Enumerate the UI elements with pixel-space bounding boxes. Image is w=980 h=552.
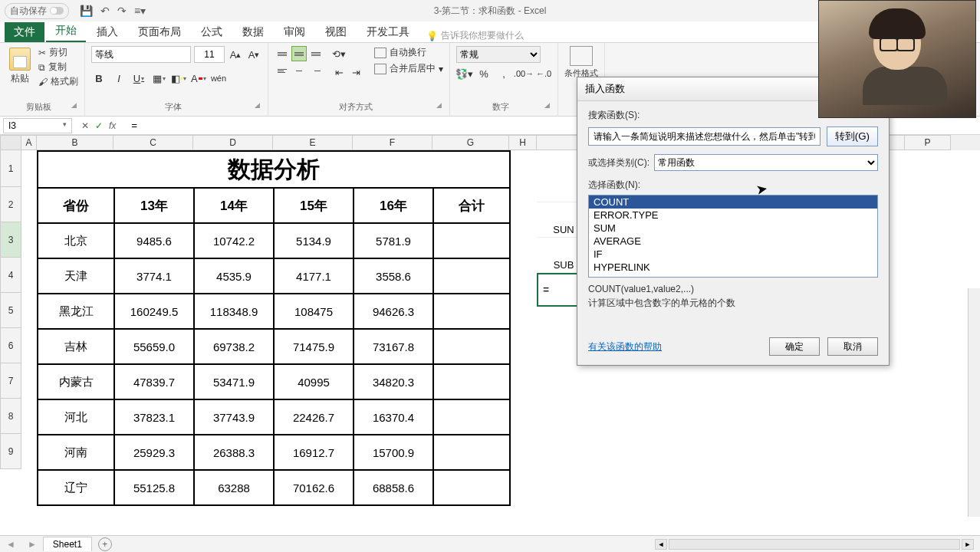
table-header[interactable]: 15年: [274, 188, 354, 223]
table-cell[interactable]: 9485.6: [114, 223, 194, 258]
comma-button[interactable]: ,: [496, 66, 511, 81]
table-cell[interactable]: 25929.3: [114, 435, 194, 470]
dialog-launcher-icon[interactable]: ◢: [544, 101, 550, 109]
table-cell[interactable]: [433, 435, 510, 470]
search-function-input[interactable]: [588, 127, 821, 146]
autosave-toggle[interactable]: 自动保存: [5, 3, 69, 19]
orientation-button[interactable]: ⟲▾: [331, 46, 347, 61]
row-header-6[interactable]: 6: [0, 328, 21, 363]
table-cell[interactable]: [433, 329, 510, 364]
category-select[interactable]: 常用函数: [654, 154, 878, 171]
scroll-track[interactable]: [669, 539, 960, 550]
dialog-launcher-icon[interactable]: ◢: [436, 101, 442, 109]
fill-color-button[interactable]: ◧▾: [171, 71, 186, 86]
table-cell[interactable]: 15700.9: [354, 435, 433, 470]
phonetic-button[interactable]: wén: [211, 71, 226, 86]
tab-file[interactable]: 文件: [5, 22, 44, 42]
bold-button[interactable]: B: [91, 71, 107, 86]
table-cell[interactable]: 吉林: [38, 329, 114, 364]
table-cell[interactable]: 40995: [274, 364, 354, 399]
tell-me[interactable]: 💡告诉我你想要做什么: [426, 29, 524, 42]
underline-button[interactable]: U▾: [131, 71, 146, 86]
font-name-input[interactable]: [91, 46, 191, 63]
table-cell[interactable]: 3774.1: [114, 258, 194, 294]
table-cell[interactable]: 5134.9: [274, 223, 354, 258]
horizontal-scrollbar[interactable]: ◄ ►: [655, 539, 980, 550]
table-cell[interactable]: 16912.7: [274, 435, 354, 470]
table-cell[interactable]: 黑龙江: [38, 294, 114, 329]
function-item-sum[interactable]: SUM: [589, 222, 877, 235]
col-header-p[interactable]: P: [905, 135, 951, 150]
table-cell[interactable]: 5781.9: [354, 223, 433, 258]
table-cell[interactable]: 118348.9: [194, 294, 274, 329]
scroll-left-icon[interactable]: ◄: [655, 539, 667, 550]
wrap-text-button[interactable]: 自动换行: [374, 46, 443, 59]
table-cell[interactable]: 4177.1: [274, 258, 354, 294]
table-cell[interactable]: 37743.9: [194, 399, 274, 435]
table-cell[interactable]: 16370.4: [354, 399, 433, 435]
add-sheet-button[interactable]: +: [98, 537, 112, 551]
table-header[interactable]: 14年: [194, 188, 274, 223]
table-header[interactable]: 省份: [38, 188, 114, 223]
table-cell[interactable]: 55125.8: [114, 470, 194, 505]
row-header-3[interactable]: 3: [0, 222, 21, 258]
go-button[interactable]: 转到(G): [827, 127, 878, 146]
table-cell[interactable]: 37823.1: [114, 399, 194, 435]
col-header-b[interactable]: B: [37, 135, 113, 150]
format-painter-button[interactable]: 🖌格式刷: [38, 75, 78, 88]
tab-formulas[interactable]: 公式: [192, 22, 232, 42]
table-cell[interactable]: [433, 399, 510, 435]
table-cell[interactable]: [433, 470, 510, 505]
function-item-count[interactable]: COUNT: [589, 196, 877, 209]
ok-button[interactable]: 确定: [769, 337, 820, 356]
decrease-indent-button[interactable]: ⇤: [331, 64, 347, 80]
paste-button[interactable]: 粘贴: [6, 46, 34, 87]
row-header-4[interactable]: 4: [0, 258, 21, 293]
tab-dev[interactable]: 开发工具: [357, 22, 419, 42]
align-bottom-button[interactable]: [308, 46, 324, 61]
save-icon[interactable]: 💾: [80, 5, 93, 17]
table-cell[interactable]: 70162.6: [274, 470, 354, 505]
table-cell[interactable]: 73167.8: [354, 329, 433, 364]
table-header[interactable]: 16年: [354, 188, 433, 223]
tab-layout[interactable]: 页面布局: [129, 22, 190, 42]
help-link[interactable]: 有关该函数的帮助: [588, 340, 662, 353]
tab-view[interactable]: 视图: [316, 22, 356, 42]
table-cell[interactable]: 63288: [194, 470, 274, 505]
percent-button[interactable]: %: [476, 66, 492, 81]
undo-icon[interactable]: ↶: [100, 5, 110, 17]
row-header-1[interactable]: 1: [0, 150, 21, 187]
row-header-2[interactable]: 2: [0, 187, 21, 222]
table-cell[interactable]: 53471.9: [194, 364, 274, 399]
table-cell[interactable]: [433, 223, 510, 258]
col-header-f[interactable]: F: [353, 135, 432, 150]
table-cell[interactable]: [433, 258, 510, 294]
table-cell[interactable]: 108475: [274, 294, 354, 329]
cut-button[interactable]: ✂剪切: [38, 46, 78, 59]
col-header-c[interactable]: C: [113, 135, 193, 150]
table-cell[interactable]: 河南: [38, 435, 114, 470]
table-cell[interactable]: 71475.9: [274, 329, 354, 364]
table-cell[interactable]: 河北: [38, 399, 114, 435]
merge-center-button[interactable]: 合并后居中▾: [374, 62, 443, 75]
align-left-button[interactable]: [275, 63, 290, 78]
table-cell[interactable]: 内蒙古: [38, 364, 114, 399]
sheet-nav-next[interactable]: ►: [21, 539, 43, 550]
tab-insert[interactable]: 插入: [87, 22, 127, 42]
tab-data[interactable]: 数据: [233, 22, 273, 42]
table-cell[interactable]: 天津: [38, 258, 114, 294]
grow-font-button[interactable]: A▴: [228, 47, 243, 62]
table-cell[interactable]: 160249.5: [114, 294, 194, 329]
number-format-select[interactable]: 常规: [456, 46, 541, 63]
redo-icon[interactable]: ↷: [117, 5, 127, 17]
table-title[interactable]: 数据分析: [38, 151, 510, 188]
tab-review[interactable]: 审阅: [275, 22, 314, 42]
col-header-g[interactable]: G: [432, 135, 509, 150]
table-cell[interactable]: 4535.9: [194, 258, 274, 294]
align-middle-button[interactable]: [291, 46, 307, 61]
align-top-button[interactable]: [275, 46, 290, 61]
conditional-formatting-button[interactable]: 条件格式: [564, 46, 598, 79]
table-cell[interactable]: [433, 364, 510, 399]
function-item-hyperlink[interactable]: HYPERLINK: [589, 261, 877, 274]
copy-button[interactable]: ⧉复制: [38, 61, 78, 74]
